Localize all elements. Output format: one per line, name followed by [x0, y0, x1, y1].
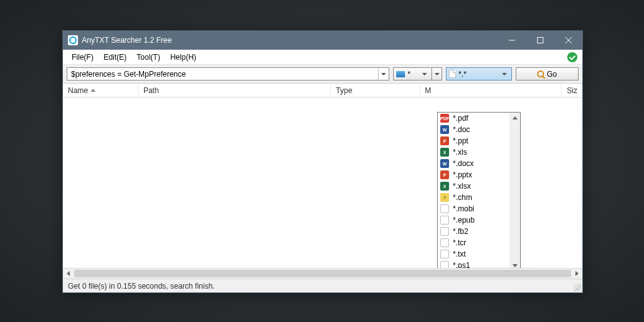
app-window: AnyTXT Searcher 1.2 Free File(F) Edit(E)… [62, 30, 583, 293]
search-icon [537, 70, 544, 77]
filetype-option[interactable]: X*.xlsx [438, 180, 509, 192]
maximize-button[interactable] [526, 31, 554, 50]
filetype-option[interactable]: *.txt [438, 248, 509, 260]
filetype-badge-icon: PDF [440, 114, 449, 123]
filetype-badge-icon: X [440, 182, 449, 191]
filetype-badge-icon [440, 227, 449, 236]
filetype-option[interactable]: *.epub [438, 214, 509, 226]
status-text: Get 0 file(s) in 0.155 seconds, search f… [68, 282, 214, 291]
sort-asc-icon [91, 89, 96, 92]
app-icon [68, 35, 78, 45]
window-title: AnyTXT Searcher 1.2 Free [82, 36, 497, 45]
go-button[interactable]: Go [516, 67, 579, 80]
statusbar: Get 0 file(s) in 0.155 seconds, search f… [63, 279, 582, 292]
filetype-option[interactable]: *.mobi [438, 203, 509, 214]
filetype-badge-icon [440, 204, 449, 213]
resize-grip-icon[interactable] [574, 284, 581, 291]
col-modified[interactable]: M [420, 84, 562, 97]
filetype-option-label: *.tcr [453, 238, 466, 247]
scroll-up-icon[interactable] [509, 113, 520, 123]
filetype-option-label: *.epub [453, 216, 475, 225]
drive-icon [396, 71, 405, 77]
close-button[interactable] [554, 31, 582, 50]
col-type[interactable]: Type [331, 84, 419, 97]
filetype-option-label: *.txt [453, 250, 466, 258]
menubar: File(F) Edit(E) Tool(T) Help(H) [63, 50, 582, 65]
col-size[interactable]: Siz [562, 84, 582, 97]
search-history-dropdown[interactable] [378, 68, 389, 80]
results-area[interactable]: PDF*.pdfW*.docP*.pptX*.xlsW*.docxP*.pptx… [63, 97, 582, 268]
filetype-badge-icon: P [440, 170, 449, 179]
minimize-button[interactable] [497, 31, 526, 50]
status-ok-icon [567, 52, 577, 62]
filetype-badge-icon [440, 261, 449, 268]
filetype-option-label: *.chm [453, 193, 472, 202]
filetype-badge-icon [440, 250, 449, 258]
scroll-right-button[interactable] [572, 269, 582, 279]
filetype-option[interactable]: PDF*.pdf [438, 113, 509, 124]
filetype-badge-icon: X [440, 148, 449, 157]
filetype-option[interactable]: P*.pptx [438, 169, 509, 180]
filetype-option[interactable]: ?*.chm [438, 192, 509, 203]
filetype-badge-icon: W [440, 125, 449, 134]
filetype-badge-icon: P [440, 136, 449, 145]
menu-tool[interactable]: Tool(T) [131, 50, 165, 64]
filetype-option-label: *.docx [453, 159, 474, 168]
search-combobox[interactable] [67, 67, 389, 80]
menu-edit[interactable]: Edit(E) [99, 50, 132, 64]
go-label: Go [547, 70, 557, 79]
filetype-option-label: *.ps1 [453, 261, 470, 268]
scroll-thumb[interactable] [74, 270, 571, 277]
scroll-down-icon[interactable] [509, 260, 520, 268]
filetype-label: *.* [458, 70, 467, 79]
filetype-badge-icon [440, 238, 449, 247]
scope-split-button[interactable] [432, 67, 442, 80]
toolbar: * *.* Go [63, 65, 582, 84]
filetype-option-label: *.pdf [453, 114, 469, 123]
menu-file[interactable]: File(F) [67, 50, 99, 64]
filetype-selector[interactable]: *.* [446, 67, 512, 80]
filetype-option[interactable]: *.tcr [438, 237, 509, 248]
col-path[interactable]: Path [138, 84, 331, 97]
col-name[interactable]: Name [63, 84, 138, 97]
filetype-option-label: *.mobi [453, 204, 474, 213]
scroll-left-button[interactable] [63, 269, 74, 279]
filetype-option[interactable]: W*.doc [438, 124, 509, 135]
menu-help[interactable]: Help(H) [165, 50, 201, 64]
filetype-option[interactable]: *.fb2 [438, 226, 509, 237]
filetype-option-label: *.fb2 [453, 227, 469, 236]
filetype-option-label: *.ppt [453, 136, 469, 145]
search-input[interactable] [67, 68, 378, 80]
filetype-option-label: *.xlsx [453, 182, 471, 191]
filetype-badge-icon: ? [440, 193, 449, 202]
filetype-option[interactable]: W*.docx [438, 158, 509, 169]
filetype-option-label: *.xls [453, 148, 467, 157]
filetype-badge-icon: W [440, 159, 449, 168]
filetype-option[interactable]: X*.xls [438, 147, 509, 158]
scope-label: * [408, 70, 411, 79]
filetype-option[interactable]: P*.ppt [438, 135, 509, 147]
scope-selector[interactable]: * [393, 67, 432, 80]
file-icon [449, 70, 456, 78]
filetype-option[interactable]: *.ps1 [438, 260, 509, 268]
svg-rect-1 [537, 38, 543, 43]
filetype-option-label: *.doc [453, 125, 470, 134]
filetype-dropdown: PDF*.pdfW*.docP*.pptX*.xlsW*.docxP*.pptx… [437, 112, 521, 268]
column-headers: Name Path Type M Siz [63, 84, 582, 97]
titlebar[interactable]: AnyTXT Searcher 1.2 Free [63, 31, 582, 50]
dropdown-scrollbar[interactable] [509, 113, 520, 268]
horizontal-scrollbar[interactable] [63, 268, 582, 279]
filetype-badge-icon [440, 216, 449, 225]
filetype-option-label: *.pptx [453, 170, 472, 179]
